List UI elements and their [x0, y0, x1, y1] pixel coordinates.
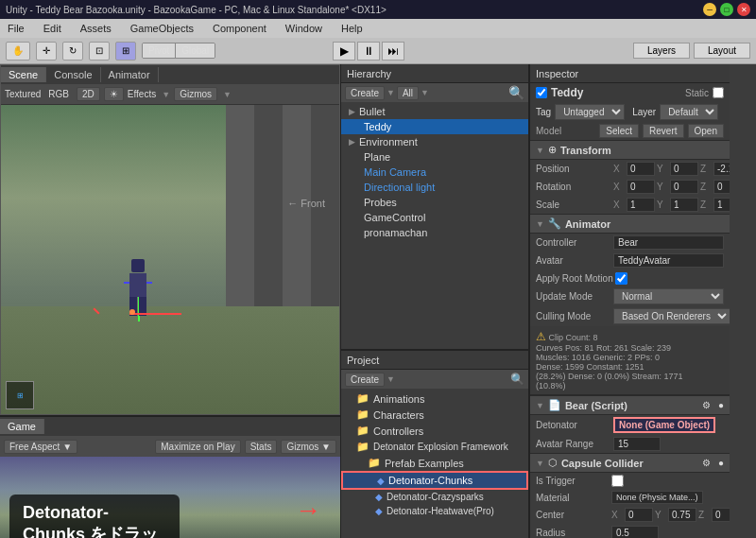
rot-z-input[interactable] — [713, 180, 730, 194]
hierarchy-item-pronamachan[interactable]: pronamachan — [341, 225, 528, 240]
hierarchy-tree: ▶Bullet Teddy ▶Environment Plane Main Ca… — [341, 102, 528, 242]
scene-tab[interactable]: Scene — [1, 67, 46, 82]
center-z[interactable] — [712, 508, 730, 522]
radius-input[interactable] — [611, 526, 659, 538]
close-button[interactable]: ✕ — [737, 3, 750, 16]
hierarchy-item-environment[interactable]: ▶Environment — [341, 134, 528, 149]
avatar-field[interactable]: TeddyAvatar — [613, 253, 724, 268]
2d-button[interactable]: 2D — [77, 87, 100, 101]
menu-window[interactable]: Window — [282, 21, 326, 36]
apply-root-motion-checkbox[interactable] — [615, 272, 627, 285]
project-item-controllers[interactable]: 📁Controllers — [341, 423, 528, 439]
hierarchy-search-icon[interactable]: 🔍 — [508, 85, 524, 100]
detonator-value[interactable]: None (Game Object) — [613, 417, 715, 433]
stats-button[interactable]: Stats — [245, 440, 278, 454]
hand-tool[interactable]: ✋ — [6, 42, 30, 61]
avatar-range-input[interactable] — [613, 437, 661, 451]
rect-tool[interactable]: ⊞ — [115, 42, 136, 61]
maximize-button[interactable]: □ — [720, 3, 733, 16]
pivot-button[interactable]: Pivot — [143, 43, 176, 58]
menu-bar: File Edit Assets GameObjects Component W… — [0, 19, 756, 38]
pos-y-input[interactable] — [670, 162, 698, 176]
layers-dropdown[interactable]: Layers — [633, 43, 690, 59]
gizmos-button[interactable]: Gizmos — [174, 87, 217, 101]
scene-canvas[interactable]: ← Front ⊞ — [1, 105, 339, 414]
bear-script-context[interactable]: ● — [718, 400, 724, 410]
title-text: Unity - Teddy Bear Bazooka.unity - Bazoo… — [6, 5, 387, 15]
game-tab[interactable]: Game — [0, 419, 44, 434]
hierarchy-item-plane[interactable]: Plane — [341, 149, 528, 165]
bear-script-header[interactable]: ▼ 📄 Bear (Script) ⚙ ● — [530, 396, 730, 415]
rotate-tool[interactable]: ↻ — [62, 42, 83, 61]
project-search-icon[interactable]: 🔍 — [510, 373, 524, 386]
hierarchy-item-main-camera[interactable]: Main Camera — [341, 165, 528, 180]
project-item-characters[interactable]: 📁Characters — [341, 407, 528, 423]
capsule-settings[interactable]: ⚙ — [702, 458, 711, 468]
scale-z-input[interactable] — [713, 198, 730, 212]
game-gizmos-button[interactable]: Gizmos ▼ — [281, 440, 336, 454]
menu-assets[interactable]: Assets — [77, 21, 115, 36]
capsule-collider-section: ▼ ⬡ Capsule Collider ⚙ ● Is Trigger Mate… — [530, 454, 730, 538]
project-item-prefab-examples[interactable]: 📁Prefab Examples — [341, 455, 528, 471]
step-button[interactable]: ⏭ — [382, 42, 404, 61]
scale-tool[interactable]: ⊡ — [89, 42, 110, 61]
center-y[interactable] — [668, 508, 696, 522]
hierarchy-item-probes[interactable]: Probes — [341, 195, 528, 210]
project-create-button[interactable]: Create — [345, 373, 385, 387]
game-canvas[interactable]: Detonator-Chunks をドラッグアンドドロップ → — [0, 457, 340, 538]
console-tab[interactable]: Console — [46, 67, 100, 82]
hierarchy-item-directional-light[interactable]: Directional light — [341, 180, 528, 195]
rot-x-input[interactable] — [627, 180, 655, 194]
rot-y-input[interactable] — [670, 180, 698, 194]
project-item-detonator-framework[interactable]: 📁Detonator Explosion Framework — [341, 439, 528, 455]
pos-x-input[interactable] — [627, 162, 655, 176]
free-aspect-button[interactable]: Free Aspect ▼ — [4, 440, 77, 454]
layout-dropdown[interactable]: Layout — [694, 43, 750, 59]
project-item-detonator-crazysparks[interactable]: ◆Detonator-Crazysparks — [341, 490, 528, 504]
static-checkbox[interactable] — [713, 87, 724, 98]
capsule-context[interactable]: ● — [718, 458, 724, 468]
animator-header[interactable]: ▼ 🔧 Animator — [530, 215, 730, 234]
global-button[interactable]: Global — [176, 43, 215, 58]
hierarchy-item-teddy[interactable]: Teddy — [341, 119, 528, 134]
menu-file[interactable]: File — [4, 21, 28, 36]
hierarchy-item-bullet[interactable]: ▶Bullet — [341, 104, 528, 119]
scale-x-input[interactable] — [627, 198, 655, 212]
pos-z-input[interactable] — [713, 162, 730, 176]
hierarchy-create-button[interactable]: Create — [345, 86, 385, 100]
animator-tab[interactable]: Animator — [101, 67, 159, 82]
active-checkbox[interactable] — [536, 87, 547, 98]
controller-field[interactable]: Bear — [613, 235, 724, 250]
project-item-animations[interactable]: 📁Animations — [341, 390, 528, 407]
lighting-button[interactable]: ☀ — [104, 87, 124, 101]
model-select-button[interactable]: Select — [599, 124, 639, 138]
is-trigger-checkbox[interactable] — [611, 475, 624, 487]
project-item-detonator-ignitor[interactable]: ◆Detonator-Ignitor — [341, 518, 528, 521]
tag-dropdown[interactable]: Untagged — [555, 104, 625, 120]
minimize-button[interactable]: ─ — [703, 3, 716, 16]
menu-component[interactable]: Component — [209, 21, 270, 36]
project-item-detonator-chunks[interactable]: ◆Detonator-Chunks — [341, 471, 528, 490]
menu-help[interactable]: Help — [337, 21, 367, 36]
transform-header[interactable]: ▼ ⊕ Transform — [530, 141, 730, 160]
model-open-button[interactable]: Open — [688, 124, 724, 138]
material-value[interactable]: None (Physic Mate...) — [611, 491, 703, 504]
move-tool[interactable]: ✛ — [36, 42, 57, 61]
hierarchy-item-gamecontrol[interactable]: GameControl — [341, 210, 528, 225]
update-mode-dropdown[interactable]: Normal — [613, 288, 724, 304]
menu-gameobject[interactable]: GameObjects — [127, 21, 198, 36]
project-item-detonator-heatwave[interactable]: ◆Detonator-Heatwave(Pro) — [341, 504, 528, 518]
play-button[interactable]: ▶ — [333, 42, 355, 61]
drag-annotation: Detonator-Chunks をドラッグアンドドロップ — [9, 495, 180, 538]
hierarchy-all-button[interactable]: All — [397, 86, 419, 100]
culling-mode-dropdown[interactable]: Based On Renderers — [613, 308, 730, 324]
scale-y-input[interactable] — [670, 198, 698, 212]
bear-script-settings[interactable]: ⚙ — [702, 400, 711, 410]
pause-button[interactable]: ⏸ — [357, 42, 380, 61]
model-revert-button[interactable]: Revert — [643, 124, 683, 138]
menu-edit[interactable]: Edit — [40, 21, 65, 36]
center-x[interactable] — [625, 508, 653, 522]
layer-dropdown[interactable]: Default — [660, 104, 718, 120]
maximize-on-play-button[interactable]: Maximize on Play — [155, 440, 240, 454]
capsule-collider-header[interactable]: ▼ ⬡ Capsule Collider ⚙ ● — [530, 454, 730, 473]
